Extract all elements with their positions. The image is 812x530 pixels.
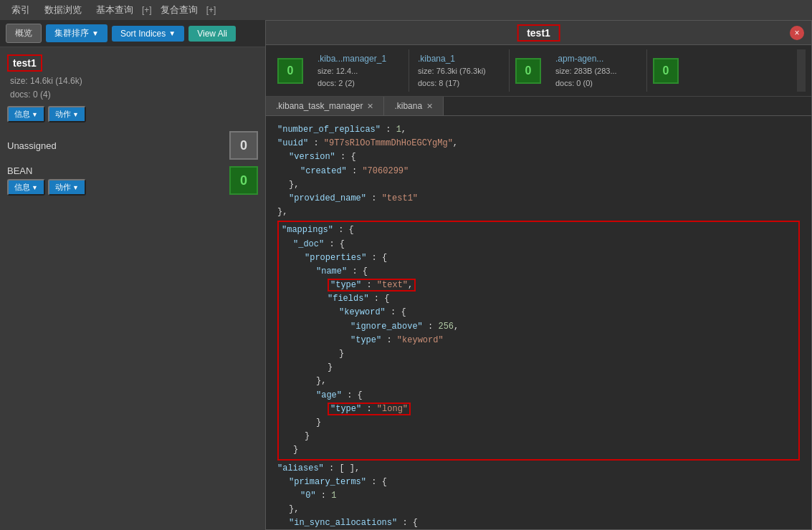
- bean-info-button[interactable]: 信息: [7, 179, 45, 196]
- bean-actions: 信息 动作: [7, 179, 86, 196]
- modal-titlebar: test1 ×: [266, 21, 811, 45]
- json-content[interactable]: "number_of_replicas" : 1, "uuid" : "9T7s…: [266, 116, 811, 529]
- test1-index-card: test1 size: 14.6ki (14.6k) docs: 0 (4) 信…: [7, 54, 258, 122]
- main-content: test1 size: 14.6ki (14.6k) docs: 0 (4) 信…: [0, 47, 812, 530]
- left-panel: test1 size: 14.6ki (14.6k) docs: 0 (4) 信…: [0, 47, 265, 530]
- bean-label: BEAN: [7, 165, 32, 176]
- modal-window: test1 × 0 .kiba...manager_1 size: 12.4..…: [265, 20, 812, 530]
- nav-compound-plus[interactable]: [+]: [206, 5, 216, 15]
- bean-action-button[interactable]: 动作: [48, 179, 86, 196]
- view-alias-button[interactable]: View Ali: [188, 26, 236, 42]
- bean-shard: 0: [229, 166, 258, 195]
- bean-info: BEAN 信息 动作: [7, 165, 86, 196]
- nav-index[interactable]: 索引: [6, 2, 36, 18]
- kibana1-size: size: 76.3ki (76.3ki): [418, 65, 500, 77]
- modal-title: test1: [517, 24, 560, 42]
- index-docs: docs: 0 (4): [10, 88, 258, 102]
- top-nav: 索引 数据浏览 基本查询 [+] 复合查询 [+]: [0, 0, 812, 20]
- shard-indicator-1: 0: [277, 58, 303, 84]
- index-size: size: 14.6ki (14.6k): [10, 74, 258, 88]
- shard-indicator-3: 0: [653, 58, 679, 84]
- sort-indices-button[interactable]: Sort Indices: [112, 26, 184, 42]
- index-cards-row: 0 .kiba...manager_1 size: 12.4... docs: …: [266, 45, 811, 97]
- kibana-manager-docs: docs: 2 (2): [317, 77, 400, 90]
- apm-agent-size: size: 283B (283...: [555, 65, 638, 77]
- type-long-highlight: "type" : "long": [328, 403, 411, 415]
- mappings-section: "mappings" : { "_doc" : { "properties" :…: [277, 221, 800, 460]
- apm-agent-docs: docs: 0 (0): [555, 77, 638, 90]
- tab-kibana-task-manager-label: .kibana_task_manager: [276, 101, 363, 111]
- unassigned-label: Unassigned: [7, 140, 57, 151]
- kibana-manager-name: .kiba...manager_1: [317, 52, 400, 65]
- kibana1-card: .kibana_1 size: 76.3ki (76.3ki) docs: 8 …: [409, 49, 510, 92]
- tab-kibana[interactable]: .kibana ✕: [384, 97, 444, 115]
- apm-agent-name: .apm-agen...: [555, 52, 638, 65]
- kibana1-name: .kibana_1: [418, 52, 500, 65]
- action-button[interactable]: 动作: [48, 106, 86, 122]
- index-title: test1: [7, 54, 42, 72]
- nav-basic-query[interactable]: 基本查询: [90, 2, 139, 18]
- nav-data-browse[interactable]: 数据浏览: [39, 2, 87, 18]
- kibana1-docs: docs: 8 (17): [418, 77, 500, 90]
- tabs-row: .kibana_task_manager ✕ .kibana ✕: [266, 97, 811, 116]
- tab-kibana-close[interactable]: ✕: [426, 102, 433, 111]
- info-button[interactable]: 信息: [7, 106, 45, 122]
- nav-basic-plus[interactable]: [+]: [142, 5, 152, 15]
- index-actions: 信息 动作: [7, 106, 258, 122]
- unassigned-row: Unassigned 0: [7, 131, 258, 160]
- cluster-sort-button[interactable]: 集群排序: [46, 24, 108, 42]
- nav-compound-query[interactable]: 复合查询: [155, 2, 204, 18]
- tab-kibana-task-manager-close[interactable]: ✕: [367, 102, 373, 111]
- tab-kibana-label: .kibana: [394, 101, 422, 111]
- tab-kibana-task-manager[interactable]: .kibana_task_manager ✕: [266, 97, 384, 115]
- unassigned-shard: 0: [229, 131, 258, 160]
- scrollbar-track[interactable]: [797, 49, 806, 92]
- type-text-highlight: "type" : "text",: [328, 279, 416, 292]
- shard-indicator-2: 0: [515, 58, 541, 84]
- kibana-manager-size: size: 12.4...: [317, 65, 400, 77]
- modal-close-button[interactable]: ×: [790, 26, 804, 40]
- bean-row: BEAN 信息 动作 0: [7, 165, 258, 196]
- overview-button[interactable]: 概览: [6, 24, 42, 43]
- apm-agent-card: .apm-agen... size: 283B (283... docs: 0 …: [547, 49, 647, 92]
- kibana-manager-card: .kiba...manager_1 size: 12.4... docs: 2 …: [309, 49, 409, 92]
